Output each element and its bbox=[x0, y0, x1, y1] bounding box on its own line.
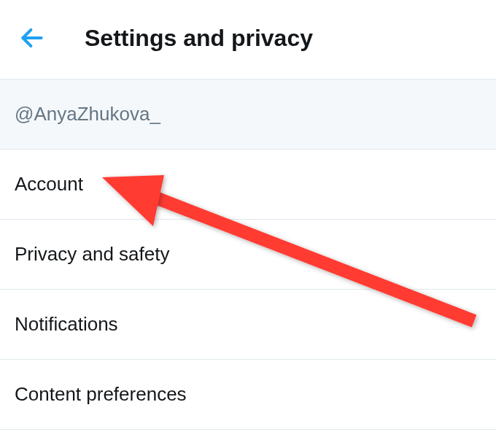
settings-item-content-preferences[interactable]: Content preferences bbox=[0, 360, 496, 430]
settings-item-label: Notifications bbox=[15, 313, 118, 335]
settings-item-label: Account bbox=[15, 173, 83, 195]
back-button[interactable] bbox=[15, 20, 50, 55]
settings-item-label: Privacy and safety bbox=[15, 243, 169, 265]
back-arrow-icon bbox=[18, 24, 46, 52]
username-section: @AnyaZhukova_ bbox=[0, 80, 496, 150]
settings-list: Account Privacy and safety Notifications… bbox=[0, 150, 496, 430]
header-bar: Settings and privacy bbox=[0, 0, 496, 80]
settings-item-account[interactable]: Account bbox=[0, 150, 496, 220]
settings-item-label: Content preferences bbox=[15, 383, 187, 405]
settings-item-privacy-safety[interactable]: Privacy and safety bbox=[0, 220, 496, 290]
page-title: Settings and privacy bbox=[85, 25, 313, 52]
username-handle: @AnyaZhukova_ bbox=[15, 103, 481, 125]
settings-item-notifications[interactable]: Notifications bbox=[0, 290, 496, 360]
